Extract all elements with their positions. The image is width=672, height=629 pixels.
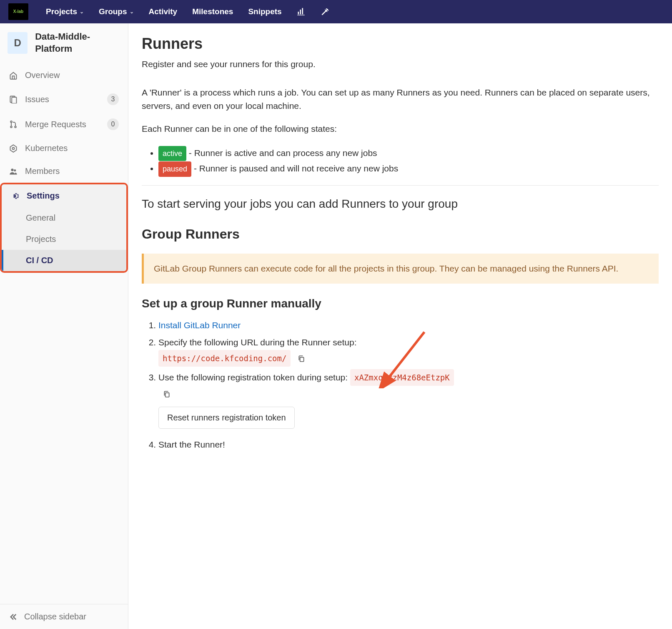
logo[interactable]: X-lab <box>8 3 28 20</box>
paused-badge: paused <box>158 161 191 177</box>
svg-rect-10 <box>165 393 169 397</box>
runner-states-list: active - Runner is active and can proces… <box>142 146 659 177</box>
paused-desc: - Runner is paused and will not receive … <box>191 164 398 173</box>
setup-step-2: Specify the following URL during the Run… <box>158 335 659 367</box>
svg-rect-1 <box>12 97 16 103</box>
setup-step-4: Start the Runner! <box>158 437 659 452</box>
nav-activity[interactable]: Activity <box>143 4 183 20</box>
members-icon <box>9 167 18 176</box>
sidebar-item-overview[interactable]: Overview <box>0 64 128 87</box>
home-icon <box>9 71 18 80</box>
group-runners-heading: Group Runners <box>142 226 659 242</box>
sidebar-issues-label: Issues <box>25 95 49 104</box>
setup-step-3: Use the following registration token dur… <box>158 369 659 435</box>
divider <box>142 185 659 186</box>
project-avatar: D <box>8 32 28 54</box>
settings-sub-cicd-label: CI / CD <box>26 256 53 265</box>
nav-milestones[interactable]: Milestones <box>186 4 239 20</box>
svg-point-3 <box>10 126 12 128</box>
nav-milestones-label: Milestones <box>192 7 233 16</box>
sidebar-mr-label: Merge Requests <box>25 120 86 129</box>
settings-sub-projects-label: Projects <box>26 234 56 244</box>
copy-url-button[interactable] <box>296 353 307 365</box>
sidebar-item-settings[interactable]: Settings <box>2 184 126 207</box>
state-active-item: active - Runner is active and can proces… <box>158 146 659 161</box>
svg-point-7 <box>11 169 13 171</box>
step4-text: Start the Runner! <box>158 440 225 449</box>
nav-snippets-label: Snippets <box>248 7 281 16</box>
sidebar-overview-label: Overview <box>25 70 60 80</box>
start-heading: To start serving your jobs you can add R… <box>142 197 659 211</box>
collapse-sidebar-label: Collapse sidebar <box>24 612 86 621</box>
active-badge: active <box>158 146 186 161</box>
nav-snippets[interactable]: Snippets <box>242 4 287 20</box>
svg-point-8 <box>14 169 16 171</box>
setup-heading: Set up a group Runner manually <box>142 297 659 310</box>
logo-text: X-lab <box>13 10 23 14</box>
svg-point-4 <box>15 126 16 128</box>
states-intro: Each Runner can be in one of the followi… <box>142 122 659 136</box>
runner-description: A 'Runner' is a process which runs a job… <box>142 86 659 112</box>
setup-steps: Install GitLab Runner Specify the follow… <box>142 318 659 452</box>
settings-sub-cicd[interactable]: CI / CD <box>2 250 126 271</box>
project-header[interactable]: D Data-Middle-Platform <box>0 23 128 62</box>
chevron-down-icon: ⌄ <box>80 9 84 15</box>
svg-marker-5 <box>10 145 17 152</box>
wrench-icon[interactable] <box>314 4 334 19</box>
setup-step-1: Install GitLab Runner <box>158 318 659 333</box>
settings-sub-general-label: General <box>26 213 55 222</box>
settings-highlight: Settings General Projects CI / CD <box>0 183 128 273</box>
chevron-down-icon: ⌄ <box>130 9 134 15</box>
sidebar-settings-label: Settings <box>27 191 60 201</box>
copy-icon <box>298 355 305 362</box>
mr-count-badge: 0 <box>107 118 119 130</box>
page-subtitle: Register and see your runners for this g… <box>142 59 659 69</box>
sidebar: D Data-Middle-Platform Overview Issues 3… <box>0 23 128 629</box>
reset-token-button[interactable]: Reset runners registration token <box>158 407 295 429</box>
nav-groups-label: Groups <box>99 7 127 16</box>
sidebar-item-merge-requests[interactable]: Merge Requests 0 <box>0 112 128 137</box>
sidebar-item-members[interactable]: Members <box>0 160 128 183</box>
state-paused-item: paused - Runner is paused and will not r… <box>158 161 659 177</box>
nav-projects-label: Projects <box>46 7 77 16</box>
main-content: Runners Register and see your runners fo… <box>128 23 672 629</box>
issues-icon <box>9 95 18 103</box>
registration-token-code: xAZmxqsrzM4z68eEtzpK <box>350 369 454 386</box>
install-gitlab-runner-link[interactable]: Install GitLab Runner <box>158 320 241 330</box>
issues-count-badge: 3 <box>107 93 119 105</box>
nav-groups[interactable]: Groups ⌄ <box>93 4 140 20</box>
nav-projects[interactable]: Projects ⌄ <box>40 4 90 20</box>
sidebar-item-kubernetes[interactable]: Kubernetes <box>0 137 128 160</box>
sidebar-kubernetes-label: Kubernetes <box>25 143 68 153</box>
chart-icon[interactable] <box>291 4 311 19</box>
runner-url-code: https://code.kfcoding.com/ <box>158 350 291 367</box>
svg-rect-9 <box>300 357 304 362</box>
svg-point-6 <box>13 147 15 149</box>
top-navbar: X-lab Projects ⌄ Groups ⌄ Activity Miles… <box>0 0 672 23</box>
copy-token-button[interactable] <box>161 388 173 400</box>
collapse-sidebar[interactable]: Collapse sidebar <box>0 604 128 629</box>
chevron-double-left-icon <box>9 613 18 621</box>
page-title: Runners <box>142 35 659 53</box>
sidebar-item-issues[interactable]: Issues 3 <box>0 87 128 112</box>
sidebar-members-label: Members <box>25 166 60 176</box>
step2-text: Specify the following URL during the Run… <box>158 337 357 347</box>
gear-icon <box>11 192 19 200</box>
kubernetes-icon <box>9 144 18 153</box>
svg-point-2 <box>10 121 12 123</box>
active-desc: - Runner is active and can process any n… <box>186 148 377 158</box>
copy-icon <box>163 390 171 398</box>
settings-sub-general[interactable]: General <box>2 207 126 229</box>
merge-icon <box>9 120 18 128</box>
step3-text: Use the following registration token dur… <box>158 372 350 382</box>
settings-sub-projects[interactable]: Projects <box>2 229 126 250</box>
project-name: Data-Middle-Platform <box>35 31 120 55</box>
nav-activity-label: Activity <box>149 7 178 16</box>
group-runners-callout: GitLab Group Runners can execute code fo… <box>142 254 659 284</box>
